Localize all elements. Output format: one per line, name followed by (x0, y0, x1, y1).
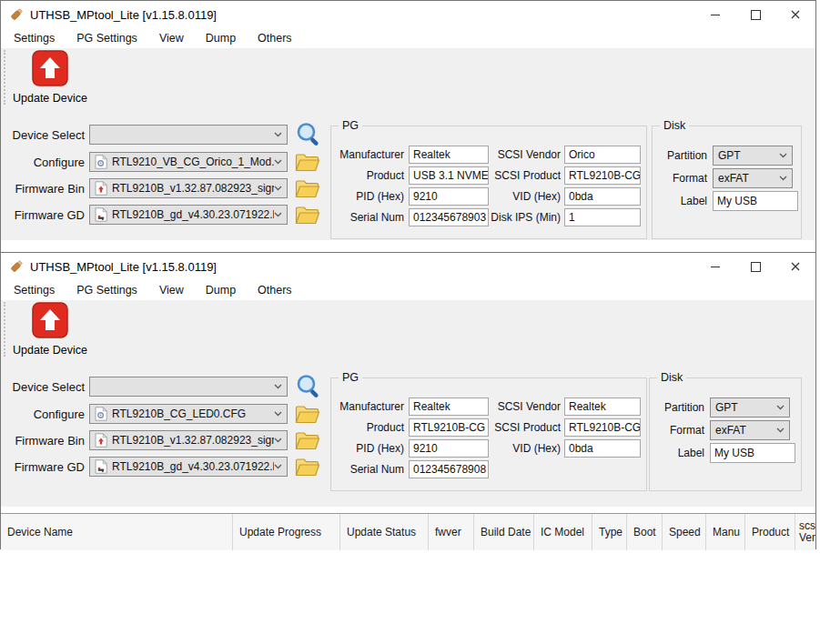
list-area (1, 240, 815, 252)
volume-label-field[interactable]: My USB (713, 191, 798, 211)
volume-label-field[interactable]: My USB (710, 443, 795, 463)
configure-label: Configure (1, 156, 85, 169)
product-field[interactable]: USB 3.1 NVME (409, 166, 489, 185)
minimize-button[interactable] (695, 1, 735, 28)
scsi-product-field[interactable]: RTL9210B-CG (564, 166, 641, 185)
titlebar[interactable]: UTHSB_MPtool_Lite [v1.15.8.0119] (1, 1, 815, 28)
col-speed[interactable]: Speed (663, 514, 706, 550)
col-scsi-ven[interactable]: scsi Ven (795, 514, 815, 550)
chevron-down-icon (274, 186, 282, 191)
col-build-date[interactable]: Build Date (474, 514, 534, 550)
volume-label-label: Label (653, 192, 707, 210)
serial-num-field[interactable]: 012345678903 (409, 208, 489, 226)
col-ic-model[interactable]: IC Model (534, 514, 592, 550)
chevron-down-icon (776, 428, 785, 433)
app-window-1: UTHSB_MPtool_Lite [v1.15.8.0119] Setting… (0, 0, 816, 252)
col-update-progress[interactable]: Update Progress (233, 514, 340, 550)
vid-hex-label: VID (Hex) (486, 439, 561, 458)
scsi-vendor-field[interactable]: Realtek (564, 397, 641, 416)
firmware-bin-combo[interactable]: RTL9210B_v1.32.87.082923_signed. (89, 430, 288, 450)
menu-dump[interactable]: Dump (195, 28, 247, 48)
folder-open-icon[interactable] (295, 206, 320, 225)
pg-groupbox: PG Manufacturer Realtek Product RTL9210B… (330, 377, 647, 491)
partition-combo[interactable]: GPT (710, 397, 790, 418)
pid-hex-field[interactable]: 9210 (409, 187, 489, 206)
pid-hex-field[interactable]: 9210 (409, 439, 489, 458)
manufacturer-field[interactable]: Realtek (409, 397, 489, 416)
manufacturer-field[interactable]: Realtek (409, 146, 489, 164)
col-type[interactable]: Type (592, 514, 627, 550)
menu-pg-settings[interactable]: PG Settings (66, 28, 148, 48)
firmware-bin-combo[interactable]: RTL9210B_v1.32.87.082923_signed. (89, 178, 288, 198)
vid-hex-field[interactable]: 0bda (564, 187, 641, 206)
update-device-button[interactable]: Update Device (8, 302, 92, 357)
minimize-icon (711, 15, 720, 15)
close-icon (791, 262, 800, 271)
partition-combo[interactable]: GPT (713, 146, 793, 166)
scsi-product-field[interactable]: RTL9210B-CG (564, 418, 641, 437)
folder-open-icon[interactable] (295, 179, 320, 198)
firmware-gd-label: Firmware GD (1, 208, 85, 222)
vid-hex-field[interactable]: 0bda (564, 439, 641, 458)
chevron-down-icon (274, 132, 282, 137)
col-device-name[interactable]: Device Name (1, 514, 233, 550)
firmware-gd-combo[interactable]: RTL9210B_gd_v4.30.23.071922.bin (89, 457, 288, 477)
folder-open-icon[interactable] (295, 458, 320, 477)
menu-view[interactable]: View (148, 280, 195, 300)
minimize-button[interactable] (695, 253, 735, 280)
firmware-bin-value: RTL9210B_v1.32.87.082923_signed. (112, 182, 274, 195)
chevron-down-icon (274, 464, 282, 469)
cfg-file-icon (95, 155, 107, 169)
app-window-2: UTHSB_MPtool_Lite [v1.15.8.0119] Setting… (0, 252, 816, 549)
pid-hex-label: PID (Hex) (331, 187, 404, 206)
menu-others[interactable]: Others (247, 28, 303, 48)
firmware-bin-row: Firmware Bin RTL9210B_v1.32.87.082923_si… (1, 430, 320, 450)
folder-open-icon[interactable] (295, 431, 320, 450)
folder-open-icon[interactable] (295, 153, 320, 172)
format-combo[interactable]: exFAT (713, 168, 793, 188)
close-button[interactable] (775, 1, 815, 28)
titlebar[interactable]: UTHSB_MPtool_Lite [v1.15.8.0119] (1, 253, 815, 280)
maximize-icon (751, 262, 761, 272)
configure-combo[interactable]: RTL9210_VB_CG_Orico_1_Mod.cfg (89, 152, 288, 172)
maximize-button[interactable] (735, 1, 775, 28)
folder-open-icon[interactable] (295, 405, 320, 424)
col-fwver[interactable]: fwver (429, 514, 474, 550)
menu-others[interactable]: Others (247, 280, 303, 300)
close-button[interactable] (775, 253, 815, 280)
format-combo[interactable]: exFAT (710, 420, 790, 440)
firmware-gd-label: Firmware GD (1, 460, 85, 474)
col-manu[interactable]: Manu (706, 514, 745, 550)
serial-num-field[interactable]: 012345678908 (409, 460, 489, 478)
firmware-gd-combo[interactable]: RTL9210B_gd_v4.30.23.071922.bin (89, 205, 288, 225)
scsi-vendor-field[interactable]: Orico (564, 146, 641, 164)
scsi-product-label: SCSI Product (486, 418, 561, 437)
pg-legend: PG (339, 119, 362, 132)
chevron-down-icon (779, 176, 787, 181)
scsi-vendor-label: SCSI Vendor (486, 397, 561, 416)
menu-dump[interactable]: Dump (195, 280, 247, 300)
menu-settings[interactable]: Settings (3, 28, 66, 48)
update-device-icon (32, 50, 68, 86)
menu-bar: Settings PG Settings View Dump Others (1, 280, 815, 300)
disk-groupbox: Disk Partition GPT Format exFAT Label My… (652, 126, 802, 239)
menu-pg-settings[interactable]: PG Settings (66, 280, 148, 300)
chevron-down-icon (776, 405, 785, 410)
menu-settings[interactable]: Settings (3, 280, 66, 300)
disk-ips-field[interactable]: 1 (564, 208, 641, 226)
device-select-label: Device Select (1, 380, 85, 394)
update-device-button[interactable]: Update Device (8, 50, 92, 105)
col-product[interactable]: Product (745, 514, 795, 550)
configure-combo[interactable]: RTL9210B_CG_LED0.CFG (89, 404, 288, 424)
search-icon[interactable] (295, 373, 322, 400)
device-select-combo[interactable] (89, 125, 288, 145)
col-boot[interactable]: Boot (627, 514, 663, 550)
product-field[interactable]: RTL9210B-CG (409, 418, 489, 437)
device-select-row: Device Select (1, 125, 322, 145)
maximize-button[interactable] (735, 253, 775, 280)
device-select-combo[interactable] (89, 377, 288, 397)
volume-label-label: Label (650, 444, 704, 462)
col-update-status[interactable]: Update Status (340, 514, 429, 550)
menu-view[interactable]: View (148, 28, 195, 48)
search-icon[interactable] (295, 121, 322, 148)
